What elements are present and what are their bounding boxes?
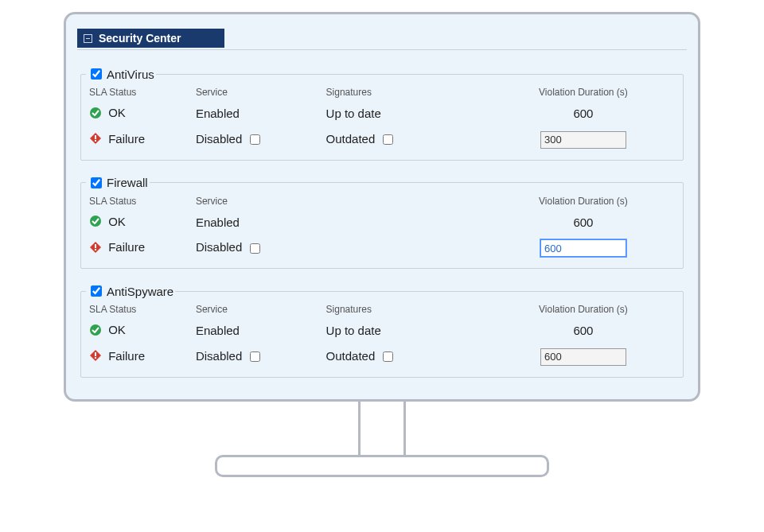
antispyware-ok-duration: 600 <box>540 324 626 337</box>
antivirus-outdated-checkbox[interactable] <box>383 134 393 145</box>
col-sla-header: SLA Status <box>86 302 193 320</box>
col-spacer <box>323 194 489 212</box>
panel-header[interactable]: Security Center <box>77 29 224 48</box>
ok-icon <box>89 215 102 230</box>
firewall-row-failure: Failure Disabled <box>86 236 678 263</box>
col-service-header: Service <box>193 85 323 103</box>
firewall-failure-duration-input[interactable] <box>540 239 626 257</box>
status-failure-label: Failure <box>108 132 145 146</box>
svg-rect-7 <box>95 249 96 250</box>
col-duration-header: Violation Duration (s) <box>489 194 678 212</box>
status-ok-label: OK <box>108 106 126 119</box>
section-firewall: Firewall SLA Status Service Violation Du… <box>80 175 684 270</box>
antivirus-row-ok: OK Enabled Up to date 600 <box>86 103 678 128</box>
panel-header-row: Security Center <box>77 29 687 48</box>
antivirus-failure-duration-input[interactable] <box>540 131 626 149</box>
svg-rect-11 <box>95 357 96 359</box>
section-antivirus-legend: AntiVirus <box>86 66 156 82</box>
monitor-frame: Security Center AntiVirus SLA Status Ser… <box>64 12 700 441</box>
col-sla-header: SLA Status <box>86 194 193 212</box>
antispyware-ok-signatures: Up to date <box>323 320 489 345</box>
section-antispyware: AntiSpyware SLA Status Service Signature… <box>80 283 684 378</box>
failure-icon <box>89 132 102 147</box>
status-failure-label: Failure <box>108 240 145 254</box>
antispyware-failure-duration-input[interactable] <box>540 348 626 366</box>
panel-title: Security Center <box>99 32 181 45</box>
failure-icon <box>89 241 102 256</box>
antispyware-grid: SLA Status Service Signatures Violation … <box>86 302 678 372</box>
antispyware-title: AntiSpyware <box>107 285 173 298</box>
firewall-enable-checkbox[interactable] <box>91 177 102 188</box>
col-duration-header: Violation Duration (s) <box>489 302 678 320</box>
status-ok-label: OK <box>108 323 126 336</box>
antivirus-enable-checkbox[interactable] <box>91 68 102 80</box>
svg-rect-6 <box>95 244 96 248</box>
status-ok-label: OK <box>108 215 126 228</box>
monitor-stand-neck <box>358 402 406 457</box>
ok-icon <box>89 107 102 122</box>
antispyware-row-ok: OK Enabled Up to date 600 <box>86 320 678 345</box>
svg-rect-10 <box>95 352 96 356</box>
svg-point-4 <box>90 216 101 227</box>
firewall-row-ok: OK Enabled 600 <box>86 212 678 237</box>
antispyware-fail-service: Disabled <box>196 349 242 363</box>
col-service-header: Service <box>193 302 323 320</box>
svg-rect-2 <box>95 135 96 139</box>
col-duration-header: Violation Duration (s) <box>489 85 678 103</box>
svg-rect-3 <box>95 140 96 142</box>
antivirus-ok-service: Enabled <box>193 103 323 128</box>
status-failure-label: Failure <box>108 349 145 363</box>
col-signatures-header: Signatures <box>323 85 489 103</box>
antispyware-ok-service: Enabled <box>193 320 323 345</box>
screen: Security Center AntiVirus SLA Status Ser… <box>64 12 700 402</box>
section-antivirus: AntiVirus SLA Status Service Signatures … <box>80 66 684 161</box>
antispyware-fail-signatures: Outdated <box>326 349 376 363</box>
col-signatures-header: Signatures <box>323 302 489 320</box>
antivirus-ok-signatures: Up to date <box>323 103 489 128</box>
svg-point-8 <box>90 324 101 336</box>
antivirus-title: AntiVirus <box>107 68 154 81</box>
antispyware-enable-checkbox[interactable] <box>91 285 102 297</box>
firewall-disabled-checkbox[interactable] <box>250 243 260 254</box>
firewall-title: Firewall <box>107 176 148 189</box>
antivirus-fail-service: Disabled <box>196 132 242 146</box>
col-service-header: Service <box>193 194 323 212</box>
antispyware-row-failure: Failure Disabled Outdated <box>86 345 678 372</box>
antispyware-outdated-checkbox[interactable] <box>383 351 393 362</box>
antivirus-grid: SLA Status Service Signatures Violation … <box>86 85 678 155</box>
antivirus-row-failure: Failure Disabled Outdated <box>86 128 678 155</box>
firewall-ok-duration: 600 <box>540 216 626 229</box>
antispyware-disabled-checkbox[interactable] <box>250 351 260 362</box>
ok-icon <box>89 324 102 339</box>
section-antispyware-legend: AntiSpyware <box>86 283 175 299</box>
monitor-stand-base <box>215 455 549 477</box>
svg-point-0 <box>90 107 101 118</box>
antivirus-ok-duration: 600 <box>540 107 626 120</box>
failure-icon <box>89 349 102 364</box>
firewall-ok-service: Enabled <box>193 212 323 237</box>
collapse-icon[interactable] <box>84 34 92 43</box>
col-sla-header: SLA Status <box>86 85 193 103</box>
sections-container: AntiVirus SLA Status Service Signatures … <box>77 50 687 378</box>
section-firewall-legend: Firewall <box>86 175 150 191</box>
firewall-grid: SLA Status Service Violation Duration (s… <box>86 194 678 264</box>
firewall-fail-service: Disabled <box>196 240 242 254</box>
antivirus-disabled-checkbox[interactable] <box>250 134 260 145</box>
antivirus-fail-signatures: Outdated <box>326 132 376 146</box>
